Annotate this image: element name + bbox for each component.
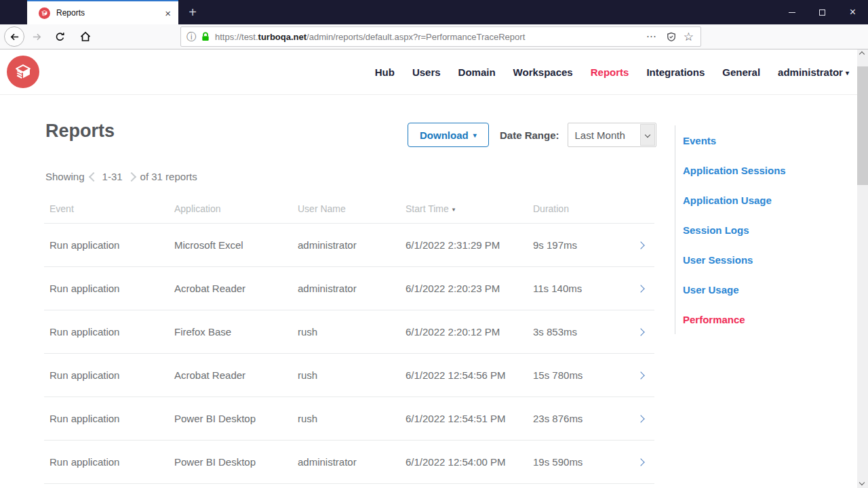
window-close-button[interactable]: × <box>837 0 868 24</box>
scrollbar-down-icon[interactable] <box>859 480 865 485</box>
maximize-icon <box>819 9 825 16</box>
table-row[interactable]: Run applicationMicrosoft Exceladministra… <box>44 224 654 267</box>
table-row[interactable]: Run applicationPower BI Desktopadministr… <box>44 441 654 484</box>
back-arrow-icon <box>9 32 20 42</box>
chevron-down-icon <box>644 132 650 138</box>
table-body: Run applicationMicrosoft Exceladministra… <box>44 224 654 484</box>
back-button[interactable] <box>4 26 24 47</box>
cell-event: Run application <box>44 456 169 468</box>
cell-start: 6/1/2022 2:20:23 PM <box>400 283 528 294</box>
nav-item-workspaces[interactable]: Workspaces <box>513 66 573 78</box>
column-header-duration[interactable]: Duration <box>528 203 627 214</box>
browser-tab[interactable]: Reports × <box>27 0 178 24</box>
table-row[interactable]: Run applicationFirefox Baserush6/1/2022 … <box>44 310 654 354</box>
previous-page-icon[interactable] <box>88 171 98 181</box>
url-bar[interactable]: ⓘ https://test.turboqa.net/admin/reports… <box>180 26 701 47</box>
home-button[interactable] <box>76 27 95 46</box>
cube-logo-icon <box>41 9 48 17</box>
site-nav: HubUsersDomainWorkspacesReportsIntegrati… <box>0 49 857 95</box>
nav-item-domain[interactable]: Domain <box>458 66 496 78</box>
cube-logo-icon <box>14 62 33 81</box>
next-page-icon[interactable] <box>127 171 136 181</box>
cell-duration: 15s 780ms <box>528 369 627 381</box>
cell-application: Power BI Desktop <box>169 456 292 468</box>
scrollbar-thumb[interactable] <box>857 66 868 185</box>
column-header-user-name[interactable]: User Name <box>292 203 400 214</box>
showing-prefix: Showing <box>45 171 85 182</box>
bookmark-star-icon[interactable]: ☆ <box>684 30 694 44</box>
row-detail-chevron-icon[interactable] <box>637 458 644 466</box>
date-range-label: Date Range: <box>500 129 559 141</box>
page-scrollbar[interactable] <box>857 49 868 488</box>
select-arrow-button[interactable] <box>640 124 655 146</box>
pocket-shield-icon[interactable] <box>667 32 676 42</box>
nav-item-users[interactable]: Users <box>412 66 441 78</box>
cell-user: administrator <box>292 283 400 294</box>
cell-duration: 23s 876ms <box>528 413 627 424</box>
sidebar-link-performance[interactable]: Performance <box>683 304 844 334</box>
nav-item-reports[interactable]: Reports <box>591 66 629 78</box>
cell-event: Run application <box>44 283 169 294</box>
showing-suffix: of 31 reports <box>140 171 197 182</box>
cell-application: Microsoft Excel <box>169 239 292 251</box>
chevron-down-icon: ▾ <box>846 69 849 77</box>
cell-user: administrator <box>292 456 400 468</box>
site-favicon <box>39 7 50 19</box>
tab-close-icon[interactable]: × <box>163 7 173 19</box>
url-text: https://test.turboqa.net/admin/reports/d… <box>215 32 642 42</box>
table-row[interactable]: Run applicationPower BI Desktoprush6/1/2… <box>44 397 654 441</box>
sidebar-link-session-logs[interactable]: Session Logs <box>683 215 844 245</box>
url-domain: turboqa.net <box>258 32 307 42</box>
cell-application: Acrobat Reader <box>169 369 292 381</box>
sidebar-link-application-sessions[interactable]: Application Sessions <box>683 155 844 185</box>
cell-start: 6/1/2022 12:54:51 PM <box>400 413 528 424</box>
download-button[interactable]: Download▾ <box>408 123 489 147</box>
sidebar-link-user-sessions[interactable]: User Sessions <box>683 245 844 274</box>
window-minimize-button[interactable] <box>776 0 807 24</box>
row-detail-chevron-icon[interactable] <box>637 371 644 379</box>
column-header-application[interactable]: Application <box>169 203 292 214</box>
column-header-event[interactable]: Event <box>44 203 169 214</box>
browser-titlebar: Reports × + × <box>0 0 868 24</box>
reload-icon <box>55 32 65 42</box>
row-detail-chevron-icon[interactable] <box>637 415 644 422</box>
nav-item-hub[interactable]: Hub <box>375 66 395 78</box>
sidebar-link-events[interactable]: Events <box>683 125 844 155</box>
nav-item-general[interactable]: General <box>722 66 760 78</box>
table-header: EventApplicationUser NameStart Time▾Dura… <box>44 195 654 224</box>
sidebar-link-application-usage[interactable]: Application Usage <box>683 185 844 215</box>
site-nav-menu: HubUsersDomainWorkspacesReportsIntegrati… <box>375 49 849 95</box>
scrollbar-up-icon[interactable] <box>859 52 865 57</box>
reports-table: EventApplicationUser NameStart Time▾Dura… <box>44 195 654 484</box>
row-detail-chevron-icon[interactable] <box>637 241 644 249</box>
https-lock-icon[interactable] <box>201 32 210 41</box>
sort-caret-icon: ▾ <box>452 206 456 213</box>
cell-start: 6/1/2022 12:54:56 PM <box>400 369 528 381</box>
cell-duration: 9s 197ms <box>528 239 627 251</box>
nav-item-integrations[interactable]: Integrations <box>646 66 705 78</box>
date-range-select[interactable]: Last Month <box>568 123 656 147</box>
showing-line: Showing 1-31 of 31 reports <box>45 171 197 182</box>
cell-application: Acrobat Reader <box>169 283 292 294</box>
page-info-icon[interactable]: ⓘ <box>186 32 196 41</box>
site-logo[interactable] <box>7 56 39 88</box>
chevron-down-icon: ▾ <box>473 131 477 139</box>
cell-event: Run application <box>44 326 169 338</box>
table-row[interactable]: Run applicationAcrobat Readeradministrat… <box>44 267 654 310</box>
table-row[interactable]: Run applicationAcrobat Readerrush6/1/202… <box>44 354 654 397</box>
row-detail-chevron-icon[interactable] <box>637 285 644 292</box>
window-maximize-button[interactable] <box>807 0 837 24</box>
forward-button[interactable] <box>27 27 46 46</box>
sidebar-link-user-usage[interactable]: User Usage <box>683 274 844 304</box>
browser-toolbar: ⓘ https://test.turboqa.net/admin/reports… <box>0 24 868 49</box>
cell-event: Run application <box>44 413 169 424</box>
row-detail-chevron-icon[interactable] <box>637 328 644 336</box>
cell-duration: 3s 853ms <box>528 326 627 338</box>
column-header-start-time[interactable]: Start Time▾ <box>400 203 528 214</box>
new-tab-button[interactable]: + <box>180 0 205 24</box>
cell-application: Firefox Base <box>169 326 292 338</box>
reload-button[interactable] <box>50 27 69 46</box>
cell-start: 6/1/2022 2:31:29 PM <box>400 239 528 251</box>
page-actions-icon[interactable]: ⋯ <box>646 30 657 43</box>
nav-user-menu[interactable]: administrator▾ <box>778 66 849 78</box>
